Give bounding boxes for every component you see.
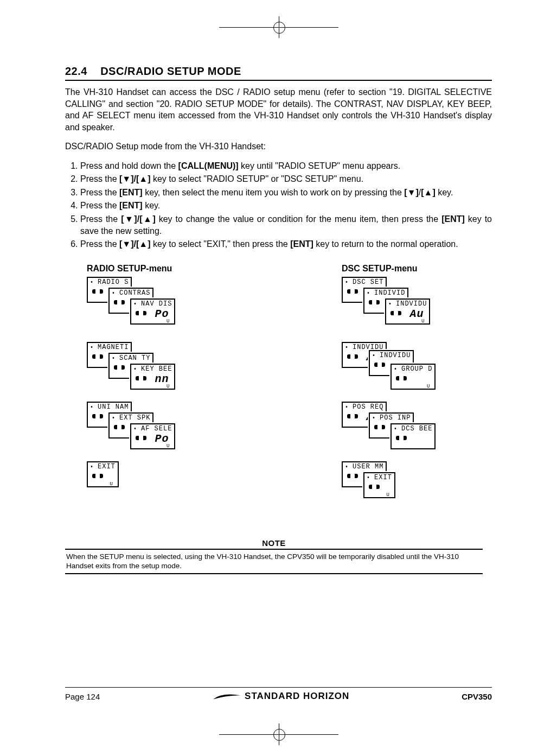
- brand-text: STANDARD HORIZON: [245, 691, 349, 702]
- intro-paragraph: The VH-310 Handset can access the DSC / …: [65, 86, 492, 133]
- lcd-key-bee: KEY BEEnnU: [130, 364, 175, 390]
- radio-menu-title: RADIO SETUP-menu: [87, 264, 260, 274]
- section-heading: 22.4 DSC/RADIO SETUP MODE: [65, 65, 492, 78]
- lcd-dsc-exit: EXITU: [363, 472, 395, 498]
- dsc-cascade: DSC SET INDIVID INDVIDUAuU INDVIDUAı IND…: [342, 277, 515, 532]
- crop-mark-bottom: [219, 723, 338, 745]
- lcd-exit: EXITU: [87, 461, 119, 487]
- section-title-text: DSC/RADIO SETUP MODE: [100, 65, 241, 77]
- crop-mark-top: [219, 16, 338, 38]
- dsc-menu-title: DSC SETUP-menu: [342, 264, 515, 274]
- step-4: Press the [ENT] key.: [80, 200, 492, 212]
- step-6: Press the [▼]/[▲] key to select "EXIT," …: [80, 238, 492, 250]
- brand-logo: STANDARD HORIZON: [212, 691, 349, 702]
- step-2: Press the [▼]/[▲] key to select "RADIO S…: [80, 173, 492, 185]
- lcd-nav-dis: NAV DISPoU: [130, 298, 175, 325]
- lcd-dcs-bee: DCS BEE: [390, 423, 436, 449]
- steps-list: Press and hold down the [CALL(MENU)] key…: [65, 160, 492, 251]
- section-number: 22.4: [65, 65, 87, 77]
- lcd-indvidu-1: INDVIDUAuU: [385, 298, 430, 325]
- step-3: Press the [ENT] key, then select the men…: [80, 187, 492, 199]
- note-block: NOTE When the SETUP menu is selected, us…: [65, 538, 483, 574]
- lcd-af-sele: AF SELEPoU: [130, 423, 175, 449]
- note-heading: NOTE: [65, 538, 483, 548]
- step-1: Press and hold down the [CALL(MENU)] key…: [80, 160, 492, 172]
- swoosh-icon: [212, 691, 241, 701]
- page-footer: Page 124 STANDARD HORIZON CPV350: [65, 683, 492, 702]
- lead-paragraph: DSC/RADIO Setup mode from the VH-310 Han…: [65, 141, 492, 153]
- section-rule: [65, 80, 492, 81]
- note-text: When the SETUP menu is selected, using t…: [65, 550, 483, 573]
- page-number: Page 124: [65, 692, 100, 701]
- note-rule-bottom: [65, 573, 483, 574]
- radio-cascade: RADIO S CONTRAS NAV DISPoU MAGNETISU SCA…: [87, 277, 260, 510]
- model-number: CPV350: [462, 692, 492, 701]
- lcd-group-d: GROUP DU: [390, 364, 436, 390]
- step-5: Press the [▼]/[▲] key to change the valu…: [80, 213, 492, 238]
- menu-diagrams: RADIO SETUP-menu RADIO S CONTRAS NAV DIS…: [65, 261, 492, 532]
- footer-rule: [65, 687, 492, 688]
